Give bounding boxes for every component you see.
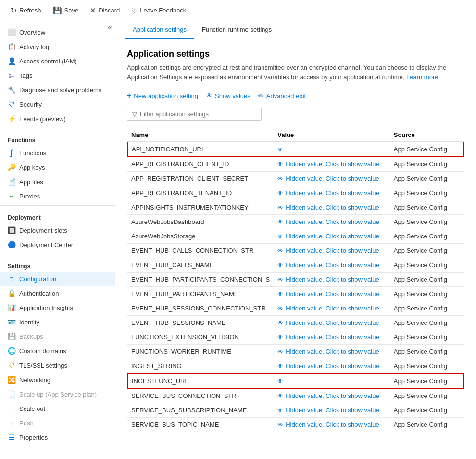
cell-value[interactable]: 👁Hidden value. Click to show value <box>274 200 390 215</box>
cell-value[interactable]: 👁Hidden value. Click to show value <box>274 345 390 359</box>
cell-value[interactable]: 👁Hidden value. Click to show value <box>274 258 390 273</box>
cell-value[interactable]: 👁Hidden value. Click to show value <box>274 316 390 330</box>
sidebar-item-app-keys[interactable]: 🔑 App keys <box>0 160 115 174</box>
table-row[interactable]: EVENT_HUB_PARTICIPANTS_CONNECTION_S👁Hidd… <box>127 273 464 287</box>
hidden-value-link[interactable]: 👁Hidden value. Click to show value <box>277 189 386 197</box>
feedback-button[interactable]: ♡ Leave Feedback <box>126 4 191 17</box>
table-row[interactable]: INGEST_STRING👁Hidden value. Click to sho… <box>127 359 464 374</box>
table-row[interactable]: APP_REGISTRATION_TENANT_ID👁Hidden value.… <box>127 186 464 200</box>
sidebar-item-scale-out[interactable]: → Scale out <box>0 401 115 416</box>
cell-value[interactable]: 👁Hidden value. Click to show value <box>274 157 390 172</box>
hidden-value-link[interactable]: 👁Hidden value. Click to show value <box>277 218 386 225</box>
sidebar-item-authentication[interactable]: 🔒 Authentication <box>0 286 115 300</box>
cell-value[interactable]: 👁Hidden value. Click to show value <box>274 359 390 374</box>
cell-value[interactable]: 👁Hidden value. Click to show value <box>274 273 390 287</box>
filter-input[interactable] <box>140 111 246 118</box>
table-row[interactable]: API_NOTIFICATION_URL👁App Service Config <box>127 142 464 157</box>
filter-icon: ▽ <box>132 111 137 118</box>
hidden-value-link[interactable]: 👁Hidden value. Click to show value <box>277 362 386 370</box>
cell-value[interactable]: 👁Hidden value. Click to show value <box>274 244 390 258</box>
sidebar-item-custom-domains[interactable]: 🌐 Custom domains <box>0 344 115 358</box>
cell-value[interactable]: 👁Hidden value. Click to show value <box>274 330 390 345</box>
sidebar-item-activity-log[interactable]: 📋 Activity log <box>0 39 115 54</box>
sidebar-item-access-control[interactable]: 👤 Access control (IAM) <box>0 54 115 68</box>
table-row[interactable]: FUNCTIONS_EXTENSION_VERSION👁Hidden value… <box>127 330 464 345</box>
sidebar-item-security[interactable]: 🛡 Security <box>0 97 115 112</box>
sidebar-item-events[interactable]: ⚡ Events (preview) <box>0 112 115 126</box>
table-row[interactable]: APPINSIGHTS_INSTRUMENTATIONKEY👁Hidden va… <box>127 200 464 215</box>
table-row[interactable]: EVENT_HUB_SESSIONS_NAME👁Hidden value. Cl… <box>127 316 464 330</box>
sidebar-item-backups: 💾 Backups <box>0 329 115 344</box>
cell-value[interactable]: 👁Hidden value. Click to show value <box>274 287 390 301</box>
sidebar-item-label: Scale out <box>19 405 45 412</box>
sidebar-item-functions[interactable]: ∫ Functions <box>0 146 115 160</box>
sidebar-item-deployment-center[interactable]: 🔵 Deployment Center <box>0 237 115 252</box>
sidebar-item-tls-ssl[interactable]: 🛡 TLS/SSL settings <box>0 358 115 372</box>
table-row[interactable]: FUNCTIONS_WORKER_RUNTIME👁Hidden value. C… <box>127 345 464 359</box>
sidebar-item-overview[interactable]: ⬜ Overview <box>0 25 115 39</box>
cell-value[interactable]: 👁Hidden value. Click to show value <box>274 301 390 316</box>
sidebar-item-properties[interactable]: ☰ Properties <box>0 430 115 445</box>
hidden-value-link[interactable]: 👁Hidden value. Click to show value <box>277 421 386 428</box>
hidden-value-link[interactable]: 👁Hidden value. Click to show value <box>277 290 386 298</box>
cell-value[interactable]: 👁 <box>274 142 390 157</box>
refresh-button[interactable]: ↻ Refresh <box>6 4 46 17</box>
sidebar-item-tags[interactable]: 🏷 Tags <box>0 68 115 83</box>
cell-value[interactable]: 👁Hidden value. Click to show value <box>274 388 390 403</box>
sidebar-item-diagnose[interactable]: 🔧 Diagnose and solve problems <box>0 83 115 97</box>
cell-value[interactable]: 👁Hidden value. Click to show value <box>274 215 390 229</box>
table-row[interactable]: SERVICE_BUS_TOPIC_NAME👁Hidden value. Cli… <box>127 418 464 432</box>
hidden-value-link[interactable]: 👁Hidden value. Click to show value <box>277 247 386 254</box>
sidebar-item-app-insights[interactable]: 📊 Application Insights <box>0 300 115 315</box>
table-row[interactable]: APP_REGISTRATION_CLIENT_ID👁Hidden value.… <box>127 157 464 172</box>
hidden-value-link[interactable]: 👁Hidden value. Click to show value <box>277 233 386 240</box>
hidden-value-link[interactable]: 👁Hidden value. Click to show value <box>277 261 386 269</box>
cell-value[interactable]: 👁 <box>274 373 390 388</box>
hidden-value-link[interactable]: 👁Hidden value. Click to show value <box>277 407 386 414</box>
show-values-button[interactable]: 👁 Show values <box>206 90 251 101</box>
save-button[interactable]: 💾 Save <box>48 4 84 17</box>
eye-icon: 👁 <box>277 175 283 182</box>
table-row[interactable]: EVENT_HUB_SESSIONS_CONNECTION_STR👁Hidden… <box>127 301 464 316</box>
table-row[interactable]: APP_REGISTRATION_CLIENT_SECRET👁Hidden va… <box>127 172 464 186</box>
table-row[interactable]: EVENT_HUB_CALLS_NAME👁Hidden value. Click… <box>127 258 464 273</box>
learn-more-link[interactable]: Learn more <box>406 74 438 81</box>
add-url-link[interactable]: 👁 <box>277 378 386 385</box>
tab-app-settings[interactable]: Application settings <box>125 21 194 39</box>
custom-domains-icon: 🌐 <box>8 347 15 355</box>
cell-value[interactable]: 👁Hidden value. Click to show value <box>274 229 390 244</box>
sidebar-item-proxies[interactable]: ↔ Proxies <box>0 189 115 203</box>
advanced-edit-button[interactable]: ✏ Advanced edit <box>258 90 306 101</box>
cell-source: App Service Config <box>390 287 464 301</box>
sidebar-item-networking[interactable]: 🔀 Networking <box>0 372 115 387</box>
table-row[interactable]: INGESTFUNC_URL👁App Service Config <box>127 373 464 388</box>
hidden-value-link[interactable]: 👁Hidden value. Click to show value <box>277 305 386 312</box>
hidden-value-link[interactable]: 👁Hidden value. Click to show value <box>277 175 386 182</box>
table-row[interactable]: AzureWebJobsDashboard👁Hidden value. Clic… <box>127 215 464 229</box>
hidden-value-link[interactable]: 👁Hidden value. Click to show value <box>277 204 386 211</box>
hidden-value-link[interactable]: 👁Hidden value. Click to show value <box>277 334 386 341</box>
sidebar-item-configuration[interactable]: ≡ Configuration <box>0 272 115 286</box>
discard-button[interactable]: ✕ Discard <box>85 4 125 17</box>
hidden-value-link[interactable]: 👁Hidden value. Click to show value <box>277 348 386 355</box>
table-row[interactable]: SERVICE_BUS_CONNECTION_STR👁Hidden value.… <box>127 388 464 403</box>
cell-value[interactable]: 👁Hidden value. Click to show value <box>274 418 390 432</box>
sidebar-item-deployment-slots[interactable]: 🔲 Deployment slots <box>0 223 115 237</box>
cell-value[interactable]: 👁Hidden value. Click to show value <box>274 403 390 418</box>
hidden-value-link[interactable]: 👁Hidden value. Click to show value <box>277 319 386 326</box>
tab-func-runtime[interactable]: Function runtime settings <box>194 21 279 39</box>
table-row[interactable]: SERVICE_BUS_SUBSCRIPTION_NAME👁Hidden val… <box>127 403 464 418</box>
hidden-value-link[interactable]: 👁Hidden value. Click to show value <box>277 276 386 283</box>
cell-value[interactable]: 👁Hidden value. Click to show value <box>274 172 390 186</box>
hidden-value-link[interactable]: 👁Hidden value. Click to show value <box>277 161 386 168</box>
add-url-link[interactable]: 👁 <box>277 146 386 153</box>
new-setting-button[interactable]: + New application setting <box>127 89 198 102</box>
table-row[interactable]: AzureWebJobsStorage👁Hidden value. Click … <box>127 229 464 244</box>
cell-source: App Service Config <box>390 172 464 186</box>
cell-value[interactable]: 👁Hidden value. Click to show value <box>274 186 390 200</box>
table-row[interactable]: EVENT_HUB_PARTICIPANTS_NAME👁Hidden value… <box>127 287 464 301</box>
sidebar-item-app-files[interactable]: 📄 App files <box>0 174 115 189</box>
table-row[interactable]: EVENT_HUB_CALLS_CONNECTION_STR👁Hidden va… <box>127 244 464 258</box>
sidebar-item-identity[interactable]: 🪪 Identity <box>0 315 115 329</box>
hidden-value-link[interactable]: 👁Hidden value. Click to show value <box>277 392 386 399</box>
